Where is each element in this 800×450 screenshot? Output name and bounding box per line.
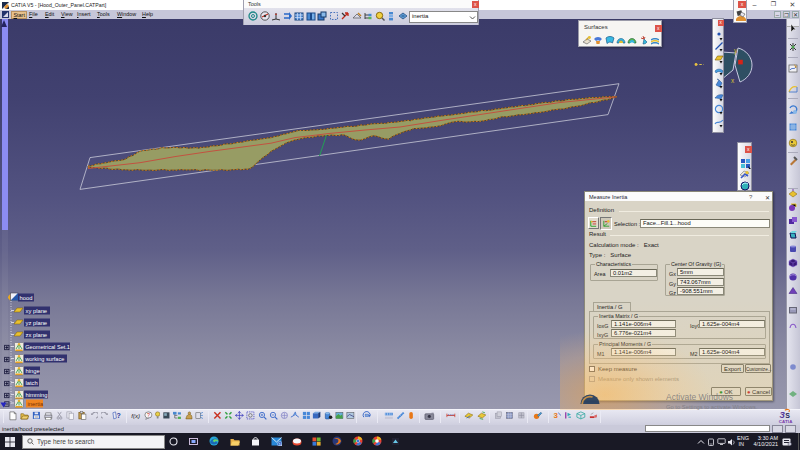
svg-text:inertia: inertia (28, 401, 45, 407)
svg-text:3: 3 (553, 411, 558, 419)
svg-text:S: S (785, 411, 790, 418)
svg-text:himming: himming (26, 392, 48, 398)
svg-text:?: ? (116, 412, 120, 419)
svg-text:working surface: working surface (24, 356, 64, 362)
svg-text:CATIA: CATIA (779, 418, 794, 422)
svg-text:latch: latch (26, 380, 38, 386)
svg-text:14: 14 (278, 442, 282, 446)
svg-text:xy plane: xy plane (26, 308, 48, 314)
svg-text:x: x (731, 77, 735, 84)
svg-text:f(x): f(x) (131, 412, 140, 419)
svg-text:hinge: hinge (26, 368, 40, 374)
svg-text:?: ? (147, 412, 150, 418)
svg-text:yz plane: yz plane (26, 320, 48, 326)
svg-text:hood: hood (20, 295, 33, 301)
svg-text:Geometrical Set.1: Geometrical Set.1 (25, 344, 70, 350)
svg-text:zx plane: zx plane (26, 332, 48, 338)
